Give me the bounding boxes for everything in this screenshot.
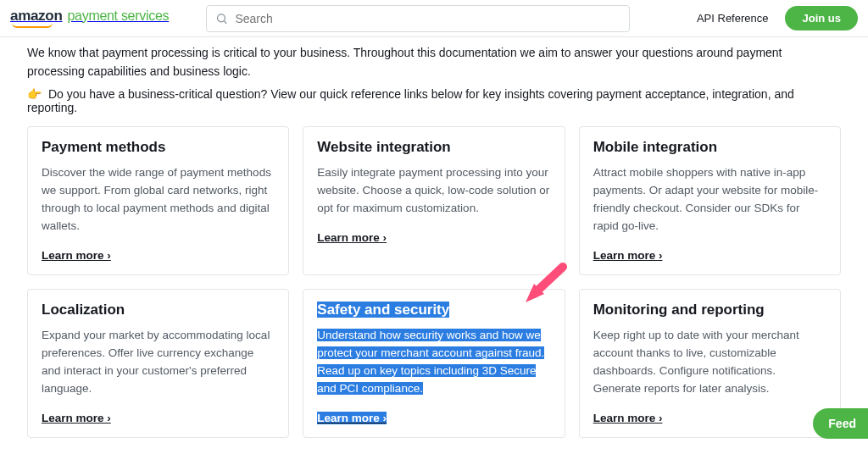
card-title: Payment methods: [42, 139, 275, 156]
intro-text: We know that payment processing is criti…: [27, 44, 841, 80]
card-mobile-integration[interactable]: Mobile integration Attract mobile shoppe…: [579, 126, 841, 275]
pointing-hand-icon: 👉: [27, 87, 42, 101]
svg-point-0: [218, 14, 225, 21]
search-icon: [215, 12, 228, 25]
api-reference-link[interactable]: API Reference: [697, 12, 769, 25]
card-desc: Understand how security works and how we…: [317, 327, 550, 398]
card-localization[interactable]: Localization Expand your market by accom…: [27, 289, 289, 438]
logo-service-text: payment services: [68, 8, 170, 24]
logo-amazon-text: amazon: [10, 8, 63, 24]
card-desc: Attract mobile shoppers with native in-a…: [593, 164, 826, 235]
cards-grid: Payment methods Discover the wide range …: [27, 126, 841, 437]
svg-line-1: [225, 20, 227, 23]
top-bar: amazon payment services API Reference Jo…: [0, 0, 868, 37]
learn-more-link[interactable]: Learn more ›: [593, 249, 663, 262]
card-safety-security[interactable]: Safety and security Understand how secur…: [303, 289, 565, 438]
card-payment-methods[interactable]: Payment methods Discover the wide range …: [27, 126, 289, 275]
card-desc: Keep right up to date with your merchant…: [593, 327, 826, 398]
card-title: Mobile integration: [593, 139, 826, 156]
search-box[interactable]: [206, 5, 630, 32]
learn-more-link[interactable]: Learn more ›: [42, 412, 111, 424]
learn-more-link[interactable]: Learn more ›: [317, 231, 387, 244]
join-us-button[interactable]: Join us: [785, 6, 858, 30]
callout-text: 👉 Do you have a business-critical questi…: [27, 87, 841, 114]
brand-logo[interactable]: amazon payment services: [10, 8, 169, 30]
learn-more-link[interactable]: Learn more ›: [317, 412, 387, 424]
card-desc: Easily integrate payment processing into…: [317, 164, 550, 218]
card-desc: Discover the wide range of payment metho…: [42, 164, 275, 235]
callout-body: Do you have a business-critical question…: [27, 87, 794, 114]
card-title: Monitoring and reporting: [593, 302, 826, 318]
amazon-smile-icon: [12, 23, 53, 28]
card-title: Website integration: [317, 139, 550, 156]
nav-right: API Reference Join us: [697, 6, 858, 30]
card-title: Safety and security: [317, 302, 550, 318]
card-monitoring-reporting[interactable]: Monitoring and reporting Keep right up t…: [579, 289, 841, 438]
main-content: We know that payment processing is criti…: [0, 37, 868, 438]
card-title: Localization: [42, 302, 275, 318]
learn-more-link[interactable]: Learn more ›: [42, 249, 111, 262]
feedback-tab[interactable]: Feed: [813, 408, 868, 439]
card-desc: Expand your market by accommodating loca…: [42, 327, 275, 398]
learn-more-link[interactable]: Learn more ›: [593, 412, 663, 424]
search-input[interactable]: [235, 12, 620, 25]
card-website-integration[interactable]: Website integration Easily integrate pay…: [303, 126, 565, 275]
